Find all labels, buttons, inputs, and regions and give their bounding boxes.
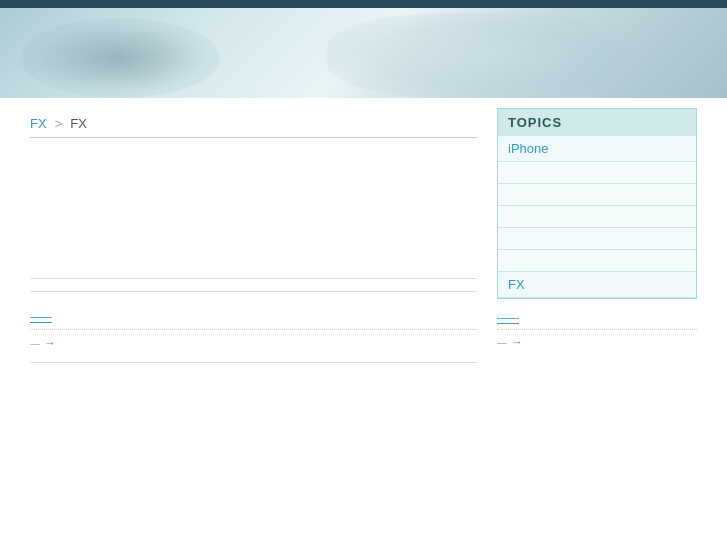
- sidebar-footer-dash: —: [497, 337, 507, 348]
- sidebar-bottom: ——: [497, 305, 697, 324]
- list-item: [498, 228, 696, 250]
- sidebar-footer-arrow: →: [511, 335, 523, 349]
- bottom-dotted-sep: [30, 329, 477, 330]
- nav-fx-link[interactable]: FX: [30, 116, 47, 131]
- content-separator-3: [30, 362, 477, 363]
- main-container: FX > FX —— — → TOPICS iPhone: [0, 108, 727, 375]
- content-separator-1: [30, 278, 477, 279]
- topic-link-fx[interactable]: FX: [508, 277, 525, 292]
- content-block: [30, 146, 477, 266]
- list-item: [498, 162, 696, 184]
- sidebar-dotted-sep: [497, 329, 697, 330]
- bottom-nav-link-1[interactable]: ——: [30, 310, 52, 323]
- footer-arrow: →: [44, 336, 56, 350]
- list-item: [498, 184, 696, 206]
- nav-row: FX > FX: [30, 108, 477, 138]
- sidebar: TOPICS iPhone FX —— — →: [497, 108, 697, 375]
- topic-link-iphone[interactable]: iPhone: [508, 141, 548, 156]
- list-item: [498, 250, 696, 272]
- content-footer: — →: [30, 336, 477, 350]
- bottom-nav: ——: [30, 304, 477, 323]
- banner: [0, 8, 727, 98]
- topics-list: iPhone FX: [498, 136, 696, 298]
- topics-header: TOPICS: [498, 109, 696, 136]
- nav-fx-text: FX: [70, 116, 87, 131]
- list-item: [498, 206, 696, 228]
- sidebar-footer-row: — →: [497, 335, 697, 349]
- nav-separator: >: [55, 116, 63, 131]
- top-bar: [0, 0, 727, 8]
- list-item: FX: [498, 272, 696, 298]
- content-separator-2: [30, 291, 477, 292]
- content-area: FX > FX —— — →: [30, 108, 477, 375]
- footer-dash: —: [30, 338, 40, 349]
- list-item: iPhone: [498, 136, 696, 162]
- sidebar-bottom-link-1[interactable]: ——: [497, 311, 519, 324]
- topics-box: TOPICS iPhone FX: [497, 108, 697, 299]
